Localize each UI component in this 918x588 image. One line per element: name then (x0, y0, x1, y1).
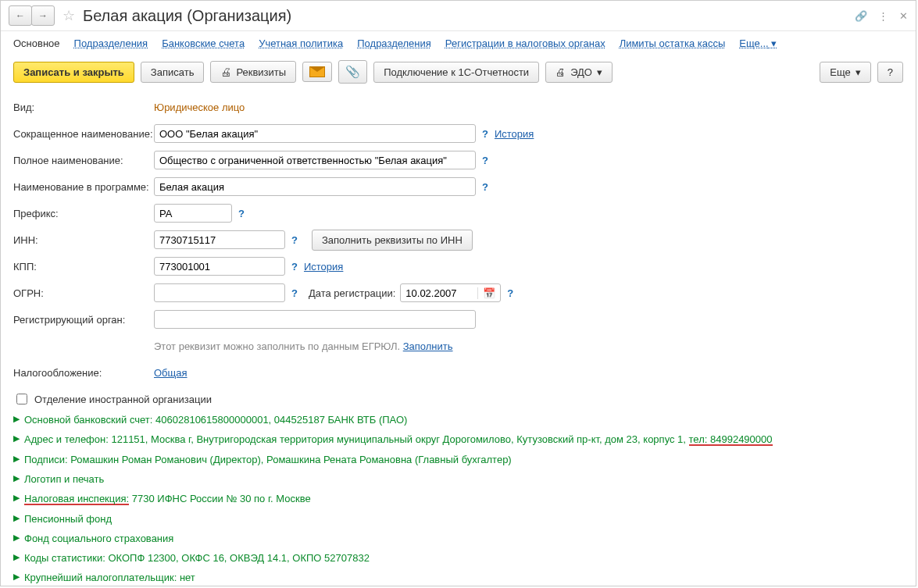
paperclip-icon: 📎 (345, 65, 360, 79)
help-prefix[interactable]: ? (238, 208, 245, 219)
tab-tax-reg[interactable]: Регистрации в налоговых органах (445, 37, 605, 49)
edo-button[interactable]: 🖨 ЭДО ▾ (545, 62, 613, 83)
regdate-input-wrap: 📅 (400, 283, 501, 302)
favorite-star-icon[interactable]: ☆ (63, 7, 75, 24)
tab-subdivisions2[interactable]: Подразделения (357, 37, 431, 49)
section-pension[interactable]: ▶ Пенсионный фонд (13, 509, 903, 529)
foreign-org-label: Отделение иностранной организации (34, 394, 212, 405)
chevron-right-icon: ▶ (13, 513, 20, 523)
section-social-insurance[interactable]: ▶ Фонд социального страхования (13, 529, 903, 548)
history-link-kpp[interactable]: История (304, 261, 343, 273)
foreign-org-checkbox[interactable] (16, 394, 27, 404)
close-icon[interactable]: ✕ (899, 10, 908, 22)
tab-more[interactable]: Еще... ▾ (739, 37, 777, 49)
chevron-right-icon: ▶ (13, 572, 20, 582)
help-prog-name[interactable]: ? (482, 181, 488, 193)
label-kpp: КПП: (13, 261, 154, 273)
connect-1c-button[interactable]: Подключение к 1С-Отчетности (373, 62, 539, 83)
chevron-down-icon: ▾ (771, 37, 777, 49)
nav-tabs: Основное Подразделения Банковские счета … (1, 31, 916, 57)
arrow-right-icon: → (38, 10, 48, 21)
tab-main[interactable]: Основное (13, 37, 60, 49)
mail-button[interactable] (302, 62, 332, 82)
chevron-right-icon: ▶ (13, 433, 20, 444)
label-prefix: Префикс: (13, 208, 154, 219)
nav-forward-button[interactable]: → (31, 5, 55, 26)
label-tax: Налогообложение: (13, 367, 154, 379)
save-button[interactable]: Записать (141, 62, 205, 83)
ogrn-input[interactable] (154, 283, 285, 302)
tab-policy[interactable]: Учетная политика (259, 37, 343, 49)
tab-subdivisions[interactable]: Подразделения (74, 37, 148, 49)
fill-by-inn-button[interactable]: Заполнить реквизиты по ИНН (312, 230, 473, 251)
help-kpp[interactable]: ? (291, 261, 298, 273)
save-close-button[interactable]: Записать и закрыть (13, 62, 134, 83)
section-bank[interactable]: ▶ Основной банковский счет: 406028106158… (13, 410, 903, 429)
chevron-right-icon: ▶ (13, 473, 20, 483)
label-vid: Вид: (13, 102, 154, 113)
chevron-right-icon: ▶ (13, 414, 20, 424)
chevron-right-icon: ▶ (13, 552, 20, 562)
section-logo[interactable]: ▶ Логотип и печать (13, 469, 903, 489)
tax-link[interactable]: Общая (154, 367, 188, 379)
attach-button[interactable]: 📎 (338, 60, 367, 84)
value-vid: Юридическое лицо (154, 102, 245, 113)
arrow-left-icon: ← (16, 10, 25, 21)
help-full-name[interactable]: ? (482, 155, 488, 166)
requisites-button[interactable]: 🖨Реквизиты (210, 61, 296, 83)
help-button[interactable]: ? (877, 62, 903, 83)
chevron-right-icon: ▶ (13, 454, 20, 464)
label-short-name: Сокращенное наименование: (13, 128, 154, 140)
more-button[interactable]: Еще ▾ (820, 62, 870, 83)
menu-dots-icon[interactable]: ⋮ (878, 10, 888, 22)
regdate-input[interactable] (401, 286, 477, 301)
section-signatures[interactable]: ▶ Подписи: Ромашкин Роман Романович (Дир… (13, 450, 903, 469)
section-tax-inspection[interactable]: ▶ Налоговая инспекция: 7730 ИФНС России … (13, 489, 903, 509)
section-stat-codes[interactable]: ▶ Коды статистики: ОКОПФ 12300, ОКФС 16,… (13, 548, 903, 568)
regorgan-input[interactable] (154, 310, 476, 329)
full-name-input[interactable] (154, 151, 476, 169)
tab-limits[interactable]: Лимиты остатка кассы (620, 37, 726, 49)
calendar-icon[interactable]: 📅 (477, 287, 500, 299)
egrul-hint: Этот реквизит можно заполнить по данным … (154, 340, 400, 352)
tab-bank[interactable]: Банковские счета (162, 37, 245, 49)
label-prog-name: Наименование в программе: (13, 181, 154, 193)
prefix-input[interactable] (154, 204, 232, 223)
help-short-name[interactable]: ? (482, 128, 488, 140)
prog-name-input[interactable] (154, 177, 476, 196)
kpp-input[interactable] (154, 257, 285, 276)
help-inn[interactable]: ? (291, 234, 298, 246)
section-address[interactable]: ▶ Адрес и телефон: 121151, Москва г, Вну… (13, 429, 903, 450)
short-name-input[interactable] (154, 124, 476, 143)
label-ogrn: ОГРН: (13, 287, 154, 299)
page-title: Белая акация (Организация) (83, 7, 291, 25)
chevron-down-icon: ▾ (855, 66, 861, 78)
help-regdate[interactable]: ? (507, 287, 513, 299)
help-ogrn[interactable]: ? (291, 287, 298, 299)
history-link-short[interactable]: История (495, 128, 534, 140)
section-biggest-taxpayer[interactable]: ▶ Крупнейший налогоплательщик: нет (13, 568, 903, 586)
label-regdate: Дата регистрации: (309, 287, 395, 299)
link-icon[interactable]: 🔗 (855, 10, 867, 22)
label-regorgan: Регистрирующий орган: (13, 314, 154, 326)
chevron-right-icon: ▶ (13, 493, 20, 503)
chevron-right-icon: ▶ (13, 533, 20, 543)
inn-input[interactable] (154, 230, 285, 249)
edo-icon: 🖨 (555, 66, 566, 78)
chevron-down-icon: ▾ (597, 66, 602, 78)
print-icon: 🖨 (220, 66, 231, 78)
label-inn: ИНН: (13, 234, 154, 246)
fill-link[interactable]: Заполнить (403, 340, 453, 352)
mail-icon (309, 66, 325, 77)
label-full-name: Полное наименование: (13, 155, 154, 166)
nav-back-button[interactable]: ← (9, 5, 32, 26)
